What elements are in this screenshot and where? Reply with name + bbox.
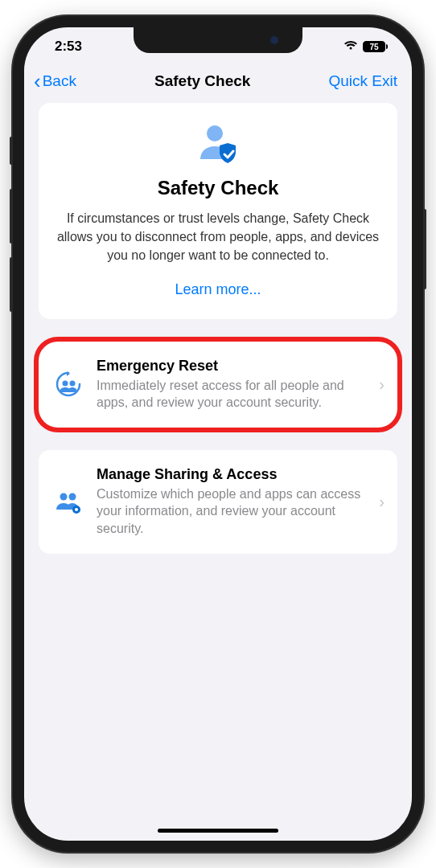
svg-point-4: [69, 493, 76, 501]
volume-down-button: [10, 257, 13, 312]
home-indicator[interactable]: [158, 829, 278, 833]
chevron-right-icon: ›: [379, 493, 385, 511]
manage-sharing-card[interactable]: Manage Sharing & Access Customize which …: [39, 450, 397, 554]
svg-point-0: [207, 125, 223, 141]
back-button[interactable]: ‹ Back: [34, 71, 76, 92]
hero-title: Safety Check: [56, 177, 380, 199]
front-camera: [270, 36, 278, 44]
svg-point-6: [75, 508, 78, 511]
notch: [134, 27, 302, 53]
svg-point-2: [70, 381, 76, 387]
safety-check-icon: [195, 124, 241, 166]
emergency-reset-card[interactable]: Emergency Reset Immediately reset access…: [39, 342, 397, 428]
hero-card: Safety Check If circumstances or trust l…: [39, 103, 397, 319]
emergency-reset-description: Immediately reset access for all people …: [97, 377, 366, 411]
learn-more-link[interactable]: Learn more...: [56, 281, 380, 298]
content: Safety Check If circumstances or trust l…: [24, 103, 412, 554]
power-button: [423, 209, 426, 289]
nav-title: Safety Check: [154, 72, 250, 90]
wifi-icon: [343, 39, 358, 54]
silence-switch: [10, 137, 13, 165]
quick-exit-button[interactable]: Quick Exit: [328, 72, 397, 90]
battery-level: 75: [369, 43, 378, 51]
emergency-reset-title: Emergency Reset: [97, 358, 366, 375]
nav-bar: ‹ Back Safety Check Quick Exit: [24, 66, 412, 103]
emergency-reset-icon: [53, 370, 84, 399]
chevron-left-icon: ‹: [34, 71, 41, 92]
phone-frame: 2:53 75 ‹ Back Safety Check Quick Exit: [13, 16, 423, 852]
manage-sharing-description: Customize which people and apps can acce…: [97, 485, 366, 538]
hero-description: If circumstances or trust levels change,…: [56, 209, 380, 265]
screen: 2:53 75 ‹ Back Safety Check Quick Exit: [24, 27, 412, 841]
svg-point-3: [60, 493, 68, 501]
chevron-right-icon: ›: [379, 375, 385, 394]
svg-point-1: [63, 381, 68, 387]
status-time: 2:53: [55, 39, 82, 55]
volume-up-button: [10, 189, 13, 244]
back-label: Back: [43, 72, 76, 90]
battery-icon: 75: [363, 41, 388, 52]
manage-sharing-title: Manage Sharing & Access: [97, 466, 366, 483]
manage-sharing-icon: [53, 487, 84, 516]
